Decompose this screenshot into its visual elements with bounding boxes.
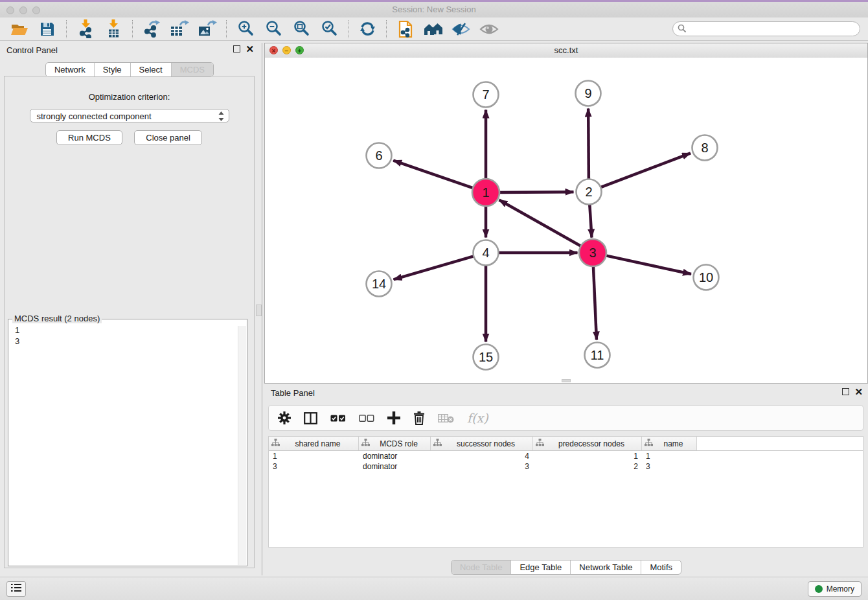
delete-table-icon[interactable] <box>438 413 454 423</box>
column-header-label: name <box>653 439 694 448</box>
main-toolbar <box>0 17 868 41</box>
tab-network[interactable]: Network <box>46 63 94 76</box>
show-hide-icon[interactable] <box>450 19 473 39</box>
graph-node-2[interactable]: 2 <box>577 179 602 205</box>
optimization-criterion-label: Optimization criterion: <box>5 92 254 102</box>
export-table-icon[interactable] <box>168 19 191 39</box>
table-header-row: shared nameMCDS rolesuccessor nodesprede… <box>269 437 863 451</box>
column-header-label: predecessor nodes <box>544 439 639 448</box>
import-network-icon[interactable] <box>74 19 97 39</box>
titlebar: Session: New Session <box>0 2 868 17</box>
svg-text:4: 4 <box>482 246 489 260</box>
graph-node-10[interactable]: 10 <box>694 265 719 290</box>
network-view-window: × − + scc.txt 7968124314101511 <box>264 43 868 384</box>
graph-node-4[interactable]: 4 <box>474 240 499 266</box>
graph-node-6[interactable]: 6 <box>367 143 392 168</box>
tab-network-table[interactable]: Network Table <box>570 560 641 574</box>
graph-node-11[interactable]: 11 <box>585 343 610 368</box>
table-cell: 3 <box>431 461 533 472</box>
gear-icon[interactable] <box>278 411 291 424</box>
tab-motifs[interactable]: Motifs <box>641 560 681 574</box>
graph-node-15[interactable]: 15 <box>474 345 499 370</box>
result-scrollbar[interactable] <box>238 326 246 565</box>
refresh-icon[interactable] <box>356 19 379 39</box>
result-item[interactable]: 1 <box>15 325 247 336</box>
status-bar: Memory <box>0 577 868 600</box>
column-header-name[interactable]: name <box>642 437 697 450</box>
splitter-grip[interactable] <box>256 305 262 316</box>
svg-text:9: 9 <box>584 86 591 100</box>
table-panel-header: Table Panel ✕ <box>264 386 868 401</box>
table-row[interactable]: 3dominator323 <box>269 461 863 472</box>
network-window-titlebar[interactable]: × − + scc.txt <box>265 43 867 58</box>
graph-node-3[interactable]: 3 <box>579 239 606 266</box>
result-item[interactable]: 3 <box>15 336 247 347</box>
mcds-result-list[interactable]: 13 <box>8 319 247 347</box>
export-image-icon[interactable] <box>196 19 219 39</box>
first-neighbors-icon[interactable] <box>422 19 445 39</box>
tab-node-table[interactable]: Node Table <box>451 560 511 574</box>
save-session-icon[interactable] <box>36 19 59 39</box>
svg-text:7: 7 <box>482 87 489 102</box>
select-all-icon[interactable] <box>330 415 346 422</box>
graph-node-8[interactable]: 8 <box>692 135 718 161</box>
column-type-icon <box>645 439 653 448</box>
zoom-in-icon[interactable] <box>234 19 257 39</box>
delete-icon[interactable] <box>413 411 425 425</box>
column-view-icon[interactable] <box>304 412 317 424</box>
graph-edge-2-3[interactable] <box>589 204 591 237</box>
zoom-fit-icon[interactable] <box>290 19 313 39</box>
deselect-all-icon[interactable] <box>359 415 374 422</box>
graph-edge-4-14[interactable] <box>394 256 474 279</box>
function-builder-icon[interactable]: f(x) <box>467 411 488 425</box>
float-table-panel-icon[interactable] <box>842 388 849 395</box>
graph-node-14[interactable]: 14 <box>367 271 392 297</box>
close-panel-icon[interactable]: ✕ <box>246 45 254 52</box>
tab-style[interactable]: Style <box>94 63 130 76</box>
export-network-icon[interactable] <box>140 19 163 39</box>
graph-node-1[interactable]: 1 <box>472 179 499 206</box>
column-header-predecessor-nodes[interactable]: predecessor nodes <box>533 437 642 450</box>
graph-edge-2-9[interactable] <box>588 108 589 179</box>
tab-select[interactable]: Select <box>130 63 171 76</box>
add-column-icon[interactable] <box>387 411 400 424</box>
graph-edge-1-6[interactable] <box>393 161 474 189</box>
graph-edge-3-11[interactable] <box>593 265 597 340</box>
column-header-MCDS-role[interactable]: MCDS role <box>359 437 431 450</box>
close-panel-button[interactable]: Close panel <box>134 130 202 145</box>
zoom-out-icon[interactable] <box>262 19 285 39</box>
tab-mcds[interactable]: MCDS <box>171 63 213 76</box>
svg-text:10: 10 <box>699 270 713 284</box>
canvas-resize-grip[interactable] <box>562 379 571 382</box>
network-canvas[interactable]: 7968124314101511 <box>265 58 867 383</box>
tab-edge-table[interactable]: Edge Table <box>510 560 570 574</box>
column-header-label: successor nodes <box>442 439 530 448</box>
run-mcds-button[interactable]: Run MCDS <box>56 130 122 145</box>
graph-edge-2-8[interactable] <box>600 153 691 187</box>
memory-button[interactable]: Memory <box>808 581 862 597</box>
table-row[interactable]: 1dominator411 <box>269 451 863 461</box>
open-session-icon[interactable] <box>8 19 31 39</box>
hide-selected-icon[interactable] <box>477 19 501 39</box>
table-cell: 4 <box>431 451 533 461</box>
column-header-successor-nodes[interactable]: successor nodes <box>431 437 533 450</box>
svg-text:8: 8 <box>701 141 708 155</box>
clone-network-icon[interactable] <box>394 19 417 39</box>
graph-edge-3-1[interactable] <box>499 200 582 247</box>
graph-edge-1-2[interactable] <box>498 192 573 192</box>
task-history-button[interactable] <box>6 581 26 597</box>
float-panel-icon[interactable] <box>233 45 240 52</box>
mcds-tab-content: Optimization criterion: strongly connect… <box>4 76 255 568</box>
graph-edge-3-10[interactable] <box>605 255 691 274</box>
close-table-panel-icon[interactable]: ✕ <box>854 388 863 395</box>
network-window-title: scc.txt <box>265 45 867 55</box>
graph-node-9[interactable]: 9 <box>576 81 601 106</box>
optimization-criterion-dropdown[interactable]: strongly connected component <box>30 109 229 122</box>
table-cell: dominator <box>359 461 431 472</box>
graph-node-7[interactable]: 7 <box>474 82 499 108</box>
zoom-selected-icon[interactable] <box>317 19 341 39</box>
svg-text:2: 2 <box>585 185 592 199</box>
column-header-shared-name[interactable]: shared name <box>269 437 359 450</box>
import-table-icon[interactable] <box>102 19 125 39</box>
search-input[interactable] <box>672 21 860 36</box>
